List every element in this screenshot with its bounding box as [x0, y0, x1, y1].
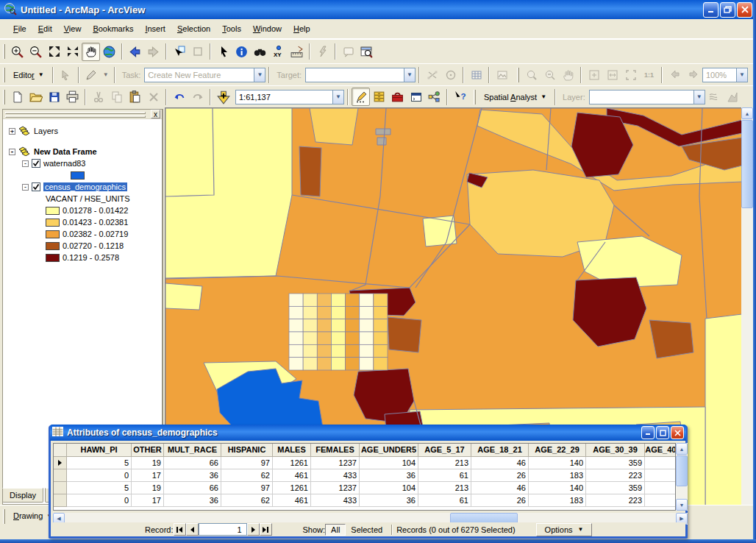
- table-cell[interactable]: 61: [418, 494, 471, 507]
- table-cell[interactable]: 433: [311, 494, 360, 507]
- first-record-button[interactable]: [174, 523, 186, 536]
- table-cell[interactable]: 36: [360, 494, 418, 507]
- menu-help[interactable]: Help: [288, 21, 316, 36]
- table-cell[interactable]: 433: [311, 469, 360, 482]
- menu-selection[interactable]: Selection: [171, 21, 216, 36]
- table-cell[interactable]: 1261: [273, 457, 311, 469]
- table-cell[interactable]: 47: [645, 457, 676, 469]
- legend-swatch-4[interactable]: [46, 254, 60, 262]
- clear-selection-icon[interactable]: [188, 43, 207, 61]
- scale-value[interactable]: 1:61,137: [236, 93, 332, 102]
- attributes-close-button[interactable]: [671, 426, 684, 439]
- previous-record-button[interactable]: [186, 523, 199, 536]
- next-record-button[interactable]: [247, 523, 260, 536]
- table-row[interactable]: 017366246143336612618322310: [54, 469, 675, 482]
- table-row[interactable]: 017366246143336612618322310: [54, 494, 675, 507]
- sketch-tool-dropdown-icon[interactable]: ▼: [101, 65, 111, 84]
- column-header-age_22_29[interactable]: AGE_22_29: [529, 444, 586, 457]
- table-cell[interactable]: 46: [471, 457, 529, 469]
- scroll-thumb[interactable]: [676, 455, 688, 486]
- column-header-males[interactable]: MALES: [273, 444, 311, 457]
- go-forward-extent-icon[interactable]: [144, 43, 163, 61]
- toolbar-grip[interactable]: [3, 509, 5, 524]
- table-cell[interactable]: 26: [471, 494, 529, 507]
- layer-checkbox-checked[interactable]: [32, 182, 40, 191]
- magnifier-window-icon[interactable]: [357, 43, 376, 61]
- paste-icon[interactable]: [126, 88, 144, 106]
- table-cell[interactable]: 10: [645, 494, 676, 507]
- collapse-minus-icon[interactable]: -: [22, 160, 29, 167]
- table-row[interactable]: 5196697126112371042134614035947: [54, 457, 675, 469]
- show-all-toggle[interactable]: All: [325, 524, 346, 536]
- table-cell[interactable]: 10: [645, 469, 676, 482]
- open-icon[interactable]: [26, 88, 45, 106]
- table-cell[interactable]: 213: [418, 482, 471, 494]
- editor-toolbar-toggle-icon[interactable]: [352, 88, 370, 106]
- pan-icon[interactable]: [82, 43, 100, 61]
- scroll-up-icon[interactable]: ▲: [676, 443, 688, 455]
- table-cell[interactable]: 17: [132, 469, 164, 482]
- scroll-up-icon[interactable]: ▲: [741, 107, 753, 119]
- toc-close-icon[interactable]: x: [151, 110, 160, 118]
- collapse-minus-icon[interactable]: -: [9, 149, 15, 155]
- column-header-hispanic[interactable]: HISPANIC: [221, 444, 273, 457]
- table-cell[interactable]: 1237: [311, 482, 360, 494]
- column-header-females[interactable]: FEMALES: [311, 444, 360, 457]
- undo-icon[interactable]: [170, 88, 188, 106]
- table-cell[interactable]: 62: [221, 494, 273, 507]
- scale-combo[interactable]: 1:61,137▼: [235, 90, 344, 104]
- expand-plus-icon[interactable]: +: [9, 128, 15, 135]
- table-cell[interactable]: 17: [132, 494, 164, 507]
- table-cell[interactable]: 5: [67, 457, 132, 469]
- full-extent-globe-icon[interactable]: [100, 43, 118, 61]
- table-cell[interactable]: 36: [164, 494, 221, 507]
- column-header-age_under5[interactable]: AGE_UNDER5: [360, 444, 418, 457]
- whats-this-icon[interactable]: ?: [451, 88, 469, 106]
- modelbuilder-icon[interactable]: [425, 88, 443, 106]
- table-cell[interactable]: 0: [67, 494, 132, 507]
- table-cell[interactable]: 46: [471, 482, 529, 494]
- legend-swatch-2[interactable]: [46, 230, 60, 238]
- table-cell[interactable]: 359: [586, 457, 645, 469]
- toolbar-grip[interactable]: [3, 68, 5, 82]
- add-data-icon[interactable]: [214, 88, 232, 106]
- restore-button[interactable]: [720, 2, 735, 18]
- menu-file[interactable]: File: [7, 21, 32, 36]
- arctoolbox-icon[interactable]: [388, 88, 407, 106]
- command-window-icon[interactable]: [407, 88, 425, 106]
- table-cell[interactable]: 97: [221, 457, 273, 469]
- table-cell[interactable]: 66: [164, 482, 221, 494]
- row-selector[interactable]: [54, 457, 67, 469]
- menu-edit[interactable]: Edit: [32, 21, 58, 36]
- row-selector[interactable]: [54, 469, 67, 482]
- table-cell[interactable]: 223: [586, 469, 645, 482]
- close-button[interactable]: [737, 2, 752, 18]
- legend-swatch-0[interactable]: [46, 207, 60, 215]
- table-cell[interactable]: 461: [273, 469, 311, 482]
- table-cell[interactable]: 19: [132, 457, 164, 469]
- sidebar-item-waternad83[interactable]: waternad83: [43, 159, 86, 168]
- sidebar-item-census-demographics[interactable]: census_demographics: [43, 182, 127, 191]
- minimize-button[interactable]: [703, 2, 718, 18]
- attributes-title-bar[interactable]: Attributes of census_demographics: [50, 425, 686, 441]
- collapse-minus-icon[interactable]: -: [22, 184, 29, 191]
- chevron-down-icon[interactable]: ▼: [332, 90, 343, 104]
- legend-swatch-3[interactable]: [46, 242, 60, 250]
- find-icon[interactable]: [251, 43, 269, 61]
- zoom-out-icon[interactable]: [26, 43, 45, 61]
- table-cell[interactable]: 1237: [311, 457, 360, 469]
- column-header-age_18_21[interactable]: AGE_18_21: [471, 444, 529, 457]
- measure-icon[interactable]: [288, 43, 306, 61]
- menu-view[interactable]: View: [58, 21, 88, 36]
- options-button[interactable]: Options▼: [536, 523, 593, 536]
- go-back-extent-icon[interactable]: [126, 43, 144, 61]
- table-cell[interactable]: 61: [418, 469, 471, 482]
- layer-checkbox-checked[interactable]: [32, 159, 40, 168]
- table-vertical-scrollbar[interactable]: ▲ ▼: [676, 443, 688, 511]
- table-cell[interactable]: 183: [529, 469, 586, 482]
- print-icon[interactable]: [63, 88, 82, 106]
- sidebar-item-data-frame[interactable]: New Data Frame: [34, 147, 97, 156]
- menu-insert[interactable]: Insert: [139, 21, 171, 36]
- tab-display[interactable]: Display: [2, 488, 43, 503]
- column-header-age_30_39[interactable]: AGE_30_39: [586, 444, 645, 457]
